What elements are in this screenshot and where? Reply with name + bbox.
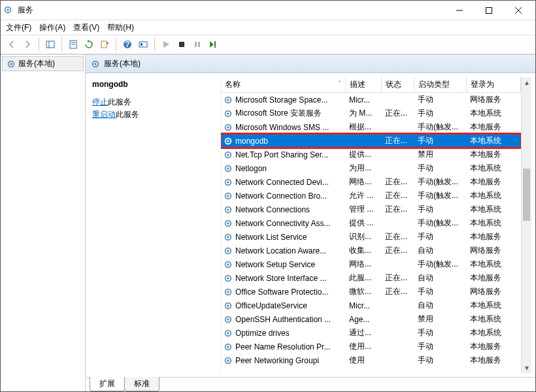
tab-extended[interactable]: 扩展 <box>90 377 125 391</box>
svg-point-45 <box>227 236 229 238</box>
svg-point-35 <box>227 167 229 170</box>
svg-point-47 <box>227 250 229 252</box>
title-bar[interactable]: 服务 <box>1 1 535 20</box>
scroll-thumb[interactable] <box>523 169 530 221</box>
restart-link[interactable]: 重启动 <box>92 110 116 119</box>
svg-point-29 <box>227 126 229 129</box>
gear-icon <box>224 356 233 365</box>
svg-point-43 <box>227 222 229 225</box>
table-row[interactable]: Microsoft Storage Space...Micr...手动网络服务 <box>221 93 521 107</box>
panel-header: 服务(本地) <box>86 55 535 73</box>
table-row[interactable]: Network Store Interface ...此服...正在...自动本… <box>221 271 521 285</box>
gear-icon <box>224 287 233 297</box>
menu-view[interactable]: 查看(V) <box>73 22 99 33</box>
svg-point-25 <box>227 99 229 101</box>
stop-link[interactable]: 停止 <box>92 97 108 106</box>
services-window: 服务 文件(F) 操作(A) 查看(V) 帮助(H) ? <box>0 0 536 392</box>
tree-pane[interactable]: 服务(本地) <box>1 55 86 391</box>
menu-file[interactable]: 文件(F) <box>6 22 31 33</box>
tab-standard[interactable]: 标准 <box>124 377 159 391</box>
scroll-up-button[interactable]: ▴ <box>522 77 531 88</box>
gear-icon <box>224 95 233 105</box>
back-button <box>5 37 19 52</box>
table-row[interactable]: OfficeUpdateServiceMicr...自动本地系统 <box>221 299 521 312</box>
view-tabs: 扩展 标准 <box>86 377 535 391</box>
gear-icon <box>224 219 233 228</box>
svg-point-59 <box>227 332 229 335</box>
svg-point-27 <box>227 112 229 115</box>
table-row[interactable]: Network Connection Bro...允许 ...正在...手动(触… <box>221 189 521 203</box>
table-row[interactable]: Microsoft Windows SMS ...根据...手动(触发...本地… <box>221 120 521 134</box>
service-detail: mongodb 停止此服务 重启动此服务 <box>90 77 220 373</box>
vertical-scrollbar[interactable]: ▴ ▾ <box>521 77 531 373</box>
col-desc[interactable]: 描述 <box>345 77 381 93</box>
gear-icon <box>224 137 233 146</box>
table-row[interactable]: OpenSSH Authentication ...Age...禁用本地系统 <box>221 312 521 326</box>
stop-service-button[interactable] <box>175 37 189 52</box>
toolbar-button[interactable] <box>136 37 150 52</box>
table-row[interactable]: Network Connectivity Ass...提供 ...手动(触发..… <box>221 216 521 230</box>
svg-point-33 <box>227 154 229 156</box>
svg-point-49 <box>227 263 229 266</box>
menu-action[interactable]: 操作(A) <box>39 22 65 33</box>
svg-point-39 <box>227 195 229 197</box>
svg-point-37 <box>227 181 229 184</box>
svg-point-31 <box>227 140 229 142</box>
gear-icon <box>224 191 233 201</box>
gear-icon <box>224 329 233 338</box>
gear-icon <box>224 260 233 269</box>
svg-point-55 <box>227 304 229 307</box>
svg-point-1 <box>7 8 9 11</box>
table-row[interactable]: Network Connected Devi...网络...正在...手动(触发… <box>221 175 521 189</box>
table-row[interactable]: Network Connections管理 ...正在...手动本地系统 <box>221 203 521 216</box>
show-hide-tree-button[interactable] <box>43 37 58 52</box>
table-row[interactable]: Network Location Aware...收集...正在...自动网络服… <box>221 244 521 257</box>
table-row[interactable]: mongodb正在...手动本地系统 <box>221 134 521 148</box>
table-row[interactable]: Office Software Protectio...微软...正在...手动… <box>221 285 521 299</box>
minimize-button[interactable] <box>444 1 474 20</box>
table-row[interactable]: Netlogon为用...手动本地系统 <box>221 161 521 175</box>
refresh-button[interactable] <box>82 37 96 52</box>
help-button[interactable]: ? <box>120 37 135 52</box>
gear-icon <box>224 164 233 173</box>
table-row[interactable]: Microsoft Store 安装服务为 M...正在...手动本地系统 <box>221 106 521 120</box>
svg-rect-19 <box>214 41 216 48</box>
table-row[interactable]: Network List Service识别...正在...手动本地服务 <box>221 230 521 244</box>
tree-root-label: 服务(本地) <box>18 58 55 69</box>
scroll-down-button[interactable]: ▾ <box>522 363 531 373</box>
svg-point-53 <box>227 291 229 293</box>
forward-button <box>20 37 35 52</box>
tree-root-item[interactable]: 服务(本地) <box>2 56 84 71</box>
svg-rect-11 <box>101 41 107 48</box>
gear-icon <box>224 301 233 310</box>
svg-rect-14 <box>139 42 147 47</box>
svg-point-61 <box>227 346 229 348</box>
svg-rect-17 <box>195 42 197 47</box>
svg-rect-15 <box>141 43 142 46</box>
close-button[interactable] <box>503 1 533 20</box>
svg-point-41 <box>227 208 229 211</box>
gear-icon <box>224 205 233 214</box>
restart-service-button[interactable] <box>206 37 220 52</box>
table-row[interactable]: Peer Name Resolution Pr...使用...手动本地服务 <box>221 340 521 353</box>
col-name[interactable]: 名称˄ <box>221 77 345 93</box>
col-startup[interactable]: 启动类型 <box>414 77 466 93</box>
table-row[interactable]: Net.Tcp Port Sharing Ser...提供...禁用本地服务 <box>221 148 521 161</box>
table-row[interactable]: Network Setup Service网络...手动(触发...本地系统 <box>221 257 521 271</box>
svg-text:?: ? <box>125 40 129 49</box>
maximize-button[interactable] <box>474 1 503 20</box>
export-button[interactable] <box>97 37 112 52</box>
table-row[interactable]: Optimize drives通过...手动本地系统 <box>221 326 521 340</box>
selected-service-name: mongodb <box>92 80 214 89</box>
gear-icon <box>224 109 233 118</box>
col-status[interactable]: 状态 <box>381 77 414 93</box>
svg-point-57 <box>227 318 229 321</box>
col-logon[interactable]: 登录为 <box>466 77 521 93</box>
properties-button[interactable] <box>66 37 80 52</box>
menu-bar: 文件(F) 操作(A) 查看(V) 帮助(H) <box>1 20 535 35</box>
table-row[interactable]: Peer Networking Groupi使用手动本地服务 <box>221 353 521 367</box>
gear-icon <box>91 59 100 69</box>
menu-help[interactable]: 帮助(H) <box>107 22 134 33</box>
service-list[interactable]: 名称˄ 描述 状态 启动类型 登录为 Microsoft Storage Spa… <box>220 77 531 373</box>
svg-point-63 <box>227 359 229 362</box>
